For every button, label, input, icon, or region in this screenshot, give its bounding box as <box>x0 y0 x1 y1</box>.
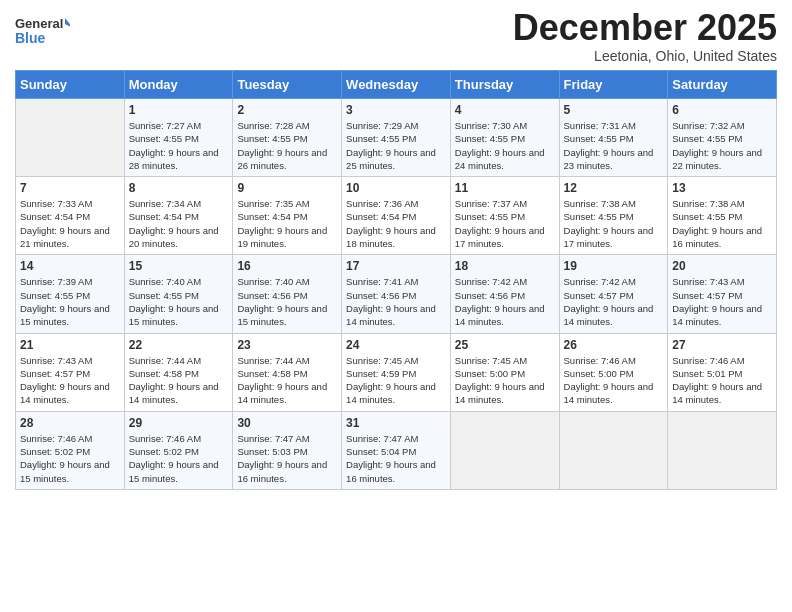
day-info: Sunrise: 7:41 AM Sunset: 4:56 PM Dayligh… <box>346 275 446 328</box>
calendar-cell: 22 Sunrise: 7:44 AM Sunset: 4:58 PM Dayl… <box>124 333 233 411</box>
day-info: Sunrise: 7:47 AM Sunset: 5:04 PM Dayligh… <box>346 432 446 485</box>
sunrise-text: Sunrise: 7:46 AM <box>672 355 744 366</box>
day-info: Sunrise: 7:38 AM Sunset: 4:55 PM Dayligh… <box>564 197 664 250</box>
sunset-text: Sunset: 4:55 PM <box>672 133 742 144</box>
day-info: Sunrise: 7:46 AM Sunset: 5:00 PM Dayligh… <box>564 354 664 407</box>
daylight-text: Daylight: 9 hours and 14 minutes. <box>564 381 654 405</box>
sunset-text: Sunset: 4:55 PM <box>129 290 199 301</box>
day-info: Sunrise: 7:42 AM Sunset: 4:57 PM Dayligh… <box>564 275 664 328</box>
day-info: Sunrise: 7:47 AM Sunset: 5:03 PM Dayligh… <box>237 432 337 485</box>
sunset-text: Sunset: 4:54 PM <box>237 211 307 222</box>
day-number: 9 <box>237 181 337 195</box>
day-number: 12 <box>564 181 664 195</box>
calendar-cell: 14 Sunrise: 7:39 AM Sunset: 4:55 PM Dayl… <box>16 255 125 333</box>
sunset-text: Sunset: 4:59 PM <box>346 368 416 379</box>
calendar-cell: 25 Sunrise: 7:45 AM Sunset: 5:00 PM Dayl… <box>450 333 559 411</box>
daylight-text: Daylight: 9 hours and 26 minutes. <box>237 147 327 171</box>
calendar-week-row: 21 Sunrise: 7:43 AM Sunset: 4:57 PM Dayl… <box>16 333 777 411</box>
day-number: 14 <box>20 259 120 273</box>
sunrise-text: Sunrise: 7:47 AM <box>237 433 309 444</box>
day-number: 5 <box>564 103 664 117</box>
day-info: Sunrise: 7:33 AM Sunset: 4:54 PM Dayligh… <box>20 197 120 250</box>
day-number: 31 <box>346 416 446 430</box>
sunset-text: Sunset: 4:55 PM <box>129 133 199 144</box>
sunset-text: Sunset: 4:55 PM <box>455 133 525 144</box>
header-wednesday: Wednesday <box>342 71 451 99</box>
calendar-cell: 19 Sunrise: 7:42 AM Sunset: 4:57 PM Dayl… <box>559 255 668 333</box>
day-info: Sunrise: 7:37 AM Sunset: 4:55 PM Dayligh… <box>455 197 555 250</box>
day-number: 4 <box>455 103 555 117</box>
day-info: Sunrise: 7:43 AM Sunset: 4:57 PM Dayligh… <box>20 354 120 407</box>
sunset-text: Sunset: 4:55 PM <box>346 133 416 144</box>
sunset-text: Sunset: 4:57 PM <box>672 290 742 301</box>
daylight-text: Daylight: 9 hours and 28 minutes. <box>129 147 219 171</box>
calendar-week-row: 28 Sunrise: 7:46 AM Sunset: 5:02 PM Dayl… <box>16 411 777 489</box>
sunrise-text: Sunrise: 7:43 AM <box>672 276 744 287</box>
sunrise-text: Sunrise: 7:32 AM <box>672 120 744 131</box>
sunrise-text: Sunrise: 7:31 AM <box>564 120 636 131</box>
day-info: Sunrise: 7:46 AM Sunset: 5:02 PM Dayligh… <box>129 432 229 485</box>
daylight-text: Daylight: 9 hours and 15 minutes. <box>20 459 110 483</box>
daylight-text: Daylight: 9 hours and 24 minutes. <box>455 147 545 171</box>
sunset-text: Sunset: 5:01 PM <box>672 368 742 379</box>
sunrise-text: Sunrise: 7:44 AM <box>237 355 309 366</box>
calendar-cell: 4 Sunrise: 7:30 AM Sunset: 4:55 PM Dayli… <box>450 99 559 177</box>
day-info: Sunrise: 7:46 AM Sunset: 5:01 PM Dayligh… <box>672 354 772 407</box>
day-number: 18 <box>455 259 555 273</box>
location-subtitle: Leetonia, Ohio, United States <box>513 48 777 64</box>
calendar-cell: 23 Sunrise: 7:44 AM Sunset: 4:58 PM Dayl… <box>233 333 342 411</box>
sunrise-text: Sunrise: 7:35 AM <box>237 198 309 209</box>
sunset-text: Sunset: 4:58 PM <box>129 368 199 379</box>
calendar-table: Sunday Monday Tuesday Wednesday Thursday… <box>15 70 777 490</box>
calendar-cell: 17 Sunrise: 7:41 AM Sunset: 4:56 PM Dayl… <box>342 255 451 333</box>
calendar-cell: 30 Sunrise: 7:47 AM Sunset: 5:03 PM Dayl… <box>233 411 342 489</box>
sunset-text: Sunset: 4:56 PM <box>455 290 525 301</box>
daylight-text: Daylight: 9 hours and 14 minutes. <box>129 381 219 405</box>
daylight-text: Daylight: 9 hours and 14 minutes. <box>672 303 762 327</box>
header: General Blue December 2025 Leetonia, Ohi… <box>15 10 777 64</box>
calendar-cell: 3 Sunrise: 7:29 AM Sunset: 4:55 PM Dayli… <box>342 99 451 177</box>
sunset-text: Sunset: 4:55 PM <box>20 290 90 301</box>
sunset-text: Sunset: 5:00 PM <box>455 368 525 379</box>
header-sunday: Sunday <box>16 71 125 99</box>
sunrise-text: Sunrise: 7:39 AM <box>20 276 92 287</box>
day-number: 13 <box>672 181 772 195</box>
daylight-text: Daylight: 9 hours and 16 minutes. <box>346 459 436 483</box>
daylight-text: Daylight: 9 hours and 18 minutes. <box>346 225 436 249</box>
svg-text:General: General <box>15 16 63 31</box>
sunset-text: Sunset: 4:55 PM <box>564 211 634 222</box>
daylight-text: Daylight: 9 hours and 21 minutes. <box>20 225 110 249</box>
daylight-text: Daylight: 9 hours and 20 minutes. <box>129 225 219 249</box>
daylight-text: Daylight: 9 hours and 14 minutes. <box>455 381 545 405</box>
sunrise-text: Sunrise: 7:43 AM <box>20 355 92 366</box>
title-block: December 2025 Leetonia, Ohio, United Sta… <box>513 10 777 64</box>
day-number: 6 <box>672 103 772 117</box>
day-number: 28 <box>20 416 120 430</box>
sunset-text: Sunset: 4:56 PM <box>237 290 307 301</box>
calendar-cell: 21 Sunrise: 7:43 AM Sunset: 4:57 PM Dayl… <box>16 333 125 411</box>
daylight-text: Daylight: 9 hours and 15 minutes. <box>237 303 327 327</box>
calendar-cell: 29 Sunrise: 7:46 AM Sunset: 5:02 PM Dayl… <box>124 411 233 489</box>
sunset-text: Sunset: 4:55 PM <box>455 211 525 222</box>
daylight-text: Daylight: 9 hours and 23 minutes. <box>564 147 654 171</box>
day-number: 2 <box>237 103 337 117</box>
sunset-text: Sunset: 4:58 PM <box>237 368 307 379</box>
calendar-cell: 5 Sunrise: 7:31 AM Sunset: 4:55 PM Dayli… <box>559 99 668 177</box>
sunset-text: Sunset: 4:55 PM <box>237 133 307 144</box>
day-info: Sunrise: 7:42 AM Sunset: 4:56 PM Dayligh… <box>455 275 555 328</box>
sunset-text: Sunset: 4:54 PM <box>20 211 90 222</box>
sunset-text: Sunset: 5:04 PM <box>346 446 416 457</box>
header-tuesday: Tuesday <box>233 71 342 99</box>
calendar-cell: 9 Sunrise: 7:35 AM Sunset: 4:54 PM Dayli… <box>233 177 342 255</box>
calendar-cell: 27 Sunrise: 7:46 AM Sunset: 5:01 PM Dayl… <box>668 333 777 411</box>
day-number: 22 <box>129 338 229 352</box>
day-info: Sunrise: 7:45 AM Sunset: 4:59 PM Dayligh… <box>346 354 446 407</box>
day-number: 7 <box>20 181 120 195</box>
day-info: Sunrise: 7:30 AM Sunset: 4:55 PM Dayligh… <box>455 119 555 172</box>
sunset-text: Sunset: 5:02 PM <box>129 446 199 457</box>
sunrise-text: Sunrise: 7:42 AM <box>455 276 527 287</box>
sunrise-text: Sunrise: 7:46 AM <box>129 433 201 444</box>
sunset-text: Sunset: 4:56 PM <box>346 290 416 301</box>
day-info: Sunrise: 7:36 AM Sunset: 4:54 PM Dayligh… <box>346 197 446 250</box>
sunrise-text: Sunrise: 7:44 AM <box>129 355 201 366</box>
